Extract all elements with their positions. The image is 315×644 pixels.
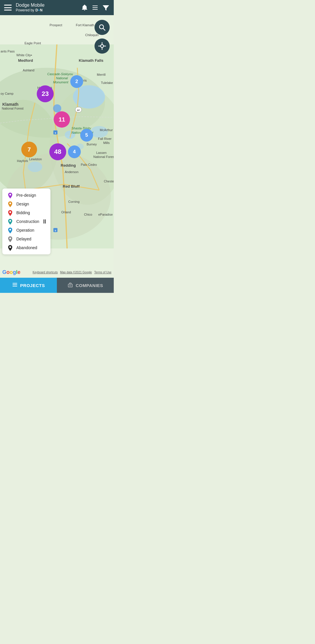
map-container[interactable]: 5 97 5 Prospect Fort Klamath Chiloquin E… (0, 15, 114, 278)
svg-point-29 (9, 220, 11, 222)
header-icons (81, 4, 110, 11)
svg-rect-0 (92, 6, 98, 6)
svg-text:97: 97 (77, 109, 80, 112)
legend: Pre-design Design Bidding Construction (2, 189, 50, 254)
list-button[interactable] (92, 4, 99, 11)
companies-tab-label: COMPANIES (76, 283, 103, 288)
svg-point-32 (9, 246, 11, 248)
cluster-48[interactable]: 48 (49, 143, 66, 160)
google-attribution: Google Keyboard shortcuts Map data ©2021… (0, 269, 114, 275)
svg-rect-39 (71, 285, 71, 286)
google-logo: Google (2, 269, 20, 275)
legend-item-delayed: Delayed (7, 236, 46, 242)
legend-item-construction: Construction (7, 218, 46, 225)
keyboard-shortcuts-link[interactable]: Keyboard shortcuts (33, 271, 58, 274)
svg-point-26 (9, 194, 11, 196)
svg-rect-33 (13, 283, 17, 284)
cluster-7[interactable]: 7 (21, 142, 37, 157)
pause-icon (43, 219, 46, 224)
tab-bar: PROJECTS COMPANIES (0, 278, 114, 293)
svg-rect-38 (69, 285, 70, 286)
svg-point-28 (9, 211, 11, 213)
map-location-button[interactable] (94, 38, 110, 54)
svg-rect-2 (92, 9, 98, 10)
cluster-23[interactable]: 23 (37, 85, 54, 102)
map-data-link: Map data ©2021 Google (60, 271, 92, 274)
tab-companies[interactable]: COMPANIES (57, 278, 114, 293)
companies-tab-icon (67, 282, 73, 289)
legend-item-operation: Operation (7, 227, 46, 233)
projects-tab-icon (12, 282, 18, 289)
svg-rect-35 (13, 286, 17, 286)
cluster-2[interactable]: 2 (70, 75, 83, 88)
terms-link[interactable]: Terms of Use (94, 271, 111, 274)
svg-text:5: 5 (55, 132, 56, 134)
menu-button[interactable] (4, 5, 12, 10)
svg-text:5: 5 (55, 229, 56, 232)
don-logo: D•N (35, 8, 42, 13)
cluster-5[interactable]: 5 (80, 129, 93, 142)
tab-projects[interactable]: PROJECTS (0, 278, 57, 293)
cluster-4[interactable]: 4 (68, 145, 81, 158)
filter-button[interactable] (102, 4, 110, 11)
app-header: Dodge Mobile Powered by D•N (0, 0, 114, 15)
svg-point-31 (9, 237, 11, 239)
svg-rect-37 (69, 283, 71, 284)
app-name: Dodge Mobile (16, 3, 81, 8)
legend-item-predesign: Pre-design (7, 192, 46, 198)
svg-rect-36 (68, 284, 72, 287)
map-search-button[interactable] (94, 20, 110, 35)
svg-point-10 (28, 162, 42, 172)
svg-rect-1 (92, 7, 98, 8)
powered-by: Powered by D•N (16, 8, 81, 13)
svg-rect-34 (13, 284, 17, 285)
legend-item-bidding: Bidding (7, 210, 46, 216)
svg-point-9 (90, 126, 108, 138)
svg-line-20 (103, 28, 105, 30)
svg-point-30 (9, 229, 11, 230)
svg-point-21 (101, 45, 104, 47)
legend-item-abandoned: Abandoned (7, 244, 46, 251)
legend-item-design: Design (7, 201, 46, 207)
app-title-block: Dodge Mobile Powered by D•N (16, 3, 81, 13)
projects-tab-label: PROJECTS (20, 283, 45, 288)
svg-point-27 (9, 203, 11, 204)
cluster-11[interactable]: 11 (54, 111, 70, 128)
bell-button[interactable] (81, 4, 88, 11)
